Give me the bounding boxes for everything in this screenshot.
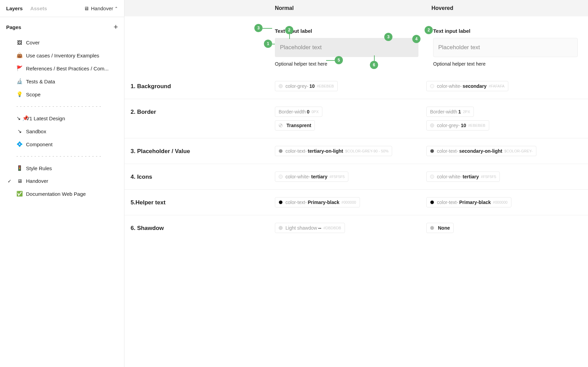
input-box-hovered: Placeholder text bbox=[433, 38, 578, 57]
helper-text: Optional helper text here bbox=[275, 61, 419, 67]
add-page-button[interactable]: + bbox=[113, 23, 118, 31]
annotation-3: 3 bbox=[254, 24, 263, 32]
page-item[interactable]: ↘Sandbox bbox=[0, 125, 124, 138]
color-swatch bbox=[430, 200, 434, 204]
token[interactable]: None bbox=[426, 223, 454, 233]
token-name: tertiary bbox=[463, 174, 479, 179]
spec-col-hovered: None bbox=[426, 223, 588, 233]
token[interactable]: Light shawdow --#DBDBDB bbox=[275, 223, 345, 233]
token-prefix: Border-width bbox=[430, 109, 457, 114]
spec-col-hovered: color-text-secondary-on-light$COLOR-GREY… bbox=[426, 146, 588, 156]
sidebar: Layers Assets 🖥 Handover ⌃ Pages + 🖼Cove… bbox=[0, 0, 124, 367]
token-meta: #000000 bbox=[493, 200, 508, 204]
token-prefix: color-white- bbox=[437, 83, 462, 89]
token[interactable]: Transprent bbox=[275, 120, 315, 131]
color-swatch bbox=[279, 200, 283, 204]
color-swatch bbox=[430, 149, 434, 153]
page-emoji: ↘ bbox=[16, 128, 23, 134]
spec-col-normal: color-grey-10#EBEBEB bbox=[200, 81, 426, 91]
page-label: Handover bbox=[26, 178, 48, 184]
token-meta: #F5F5F5 bbox=[330, 175, 345, 179]
spec-label: 2. Border bbox=[124, 107, 200, 115]
page-divider: - - - - - - - - - - - - - - - - - - - - … bbox=[0, 151, 124, 162]
annotation-6: 6 bbox=[370, 61, 378, 69]
token-name: -- bbox=[318, 225, 321, 231]
color-swatch bbox=[279, 123, 283, 127]
preview-normal: Text input label Placeholder text Option… bbox=[200, 25, 433, 70]
page-item[interactable]: ✓🖥Handover bbox=[0, 175, 124, 187]
token-meta: #F5F5F5 bbox=[481, 175, 496, 179]
page-item[interactable]: 🚩References / Best Practices / Com... bbox=[0, 62, 124, 75]
annotation-1: 1 bbox=[264, 40, 272, 48]
spec-row: 2. BorderBorder-width 00pxTransprentBord… bbox=[124, 99, 588, 138]
token-meta: $COLOR-GREY-90 - 50% bbox=[345, 149, 389, 153]
page-item[interactable]: 💡Scope bbox=[0, 88, 124, 101]
file-name: Handover bbox=[91, 5, 113, 11]
tab-layers[interactable]: Layers bbox=[6, 5, 23, 11]
token[interactable]: color-text-Primary-black#000000 bbox=[426, 197, 511, 207]
token-name: secondary-on-light bbox=[459, 148, 502, 154]
spec-col-normal: color-text-tertiary-on-light$COLOR-GREY-… bbox=[200, 146, 426, 156]
token[interactable]: color-text-Primary-black#000000 bbox=[275, 197, 360, 207]
col-header-hovered: Hovered bbox=[431, 5, 588, 11]
token-meta: #DBDBDB bbox=[323, 226, 341, 230]
page-label: Style Rules bbox=[26, 165, 52, 171]
input-box-normal: Placeholder text bbox=[275, 38, 418, 57]
page-emoji: 🖥 bbox=[16, 178, 23, 184]
token[interactable]: color-white-tertiary#F5F5F5 bbox=[426, 172, 500, 182]
file-dropdown[interactable]: 🖥 Handover ⌃ bbox=[84, 5, 118, 11]
tab-assets[interactable]: Assets bbox=[30, 5, 47, 11]
token-name: Transprent bbox=[286, 123, 311, 128]
spec-label: 6. Shawdow bbox=[124, 223, 200, 232]
page-item[interactable]: 👜Use cases / Inventory Examples bbox=[0, 49, 124, 62]
pages-title: Pages bbox=[6, 24, 21, 30]
page-item[interactable]: 💠Component bbox=[0, 138, 124, 151]
token[interactable]: color-white-tertiary#F5F5F5 bbox=[275, 172, 348, 182]
token[interactable]: color-text-tertiary-on-light$COLOR-GREY-… bbox=[275, 146, 392, 156]
page-emoji: 💡 bbox=[16, 91, 23, 97]
page-label: V1 Latest Design bbox=[26, 115, 65, 121]
token[interactable]: color-text-secondary-on-light$COLOR-GREY… bbox=[426, 146, 536, 156]
color-swatch bbox=[279, 175, 283, 179]
annotation-2b: 2 bbox=[425, 26, 433, 34]
file-icon: 🖥 bbox=[84, 5, 89, 11]
page-item[interactable]: 🔬Tests & Data bbox=[0, 75, 124, 88]
token-meta: #000000 bbox=[342, 200, 356, 204]
page-label: Cover bbox=[26, 40, 40, 45]
placeholder-text: Placeholder text bbox=[280, 44, 322, 51]
placeholder-text-hovered: Placeholder text bbox=[438, 44, 480, 51]
page-divider: - - - - - - - - - - - - - - - - - - - - … bbox=[0, 101, 124, 112]
token-prefix: Light shawdow bbox=[285, 225, 317, 231]
helper-text-hovered: Optional helper text here bbox=[433, 61, 578, 67]
page-item[interactable]: ↘ 📌V1 Latest Design bbox=[0, 112, 124, 125]
page-label: Tests & Data bbox=[26, 79, 55, 84]
page-emoji: 🚦 bbox=[16, 165, 23, 171]
token-prefix: color-grey- bbox=[285, 83, 308, 89]
token-name: 10 bbox=[461, 123, 466, 128]
token-prefix: color-text- bbox=[285, 148, 307, 154]
spec-col-hovered: color-white-secondary#FAFAFA bbox=[426, 81, 588, 91]
token-meta: #EBEBEB bbox=[317, 84, 334, 88]
page-item[interactable]: 🚦Style Rules bbox=[0, 162, 124, 175]
token[interactable]: Border-width 12px bbox=[426, 107, 474, 117]
spec-col-normal: color-white-tertiary#F5F5F5 bbox=[200, 172, 426, 182]
pages-header: Pages + bbox=[0, 17, 124, 35]
annotation-3b: 3 bbox=[384, 33, 392, 41]
token-name: secondary bbox=[463, 83, 486, 89]
token[interactable]: Border-width 00px bbox=[275, 107, 322, 117]
annotation-2: 2 bbox=[285, 26, 293, 34]
token-name: 1 bbox=[458, 109, 461, 114]
page-emoji: 🖼 bbox=[16, 40, 23, 45]
color-swatch bbox=[279, 149, 283, 153]
page-emoji: ↘ 📌 bbox=[16, 115, 23, 121]
token-name: 10 bbox=[309, 83, 315, 89]
token[interactable]: color-grey-10#EBEBEB bbox=[426, 120, 489, 131]
token-meta: 0px bbox=[311, 110, 319, 114]
spec-label: 4. Icons bbox=[124, 172, 200, 180]
page-item[interactable]: ✅Documentation Web Page bbox=[0, 187, 124, 200]
token[interactable]: color-white-secondary#FAFAFA bbox=[426, 81, 508, 91]
page-item[interactable]: 🖼Cover bbox=[0, 36, 124, 49]
check-icon: ✓ bbox=[8, 178, 12, 184]
canvas[interactable]: Normal Hovered Text input label Placehol… bbox=[124, 0, 588, 367]
token[interactable]: color-grey-10#EBEBEB bbox=[275, 81, 338, 91]
